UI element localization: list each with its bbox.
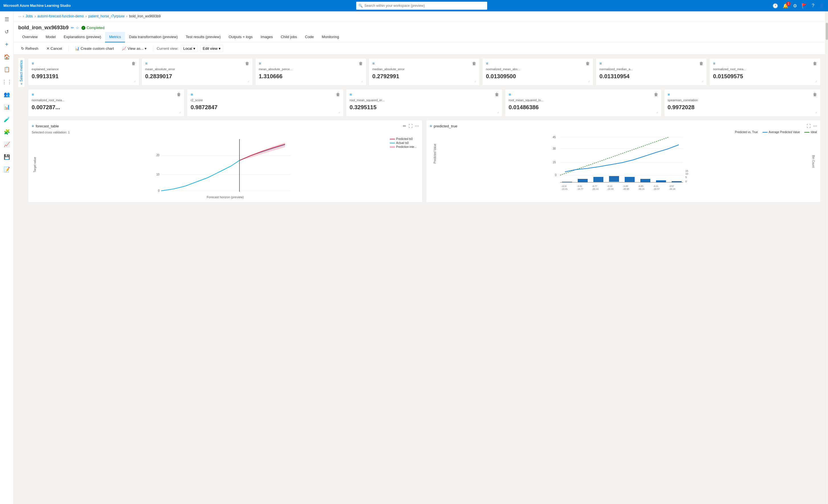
current-view-dropdown[interactable]: Local ▾: [181, 45, 198, 52]
sidebar-icon-back[interactable]: ↺: [1, 26, 12, 38]
search-bar[interactable]: 🔍 This workspace ▾: [356, 2, 487, 10]
bell-icon[interactable]: 🔔 1: [783, 3, 788, 8]
sidebar-icon-data[interactable]: 📊: [1, 101, 12, 112]
view-as-button[interactable]: 📈 View as... ▾: [119, 45, 150, 52]
workspace-button[interactable]: This workspace ▾: [452, 3, 485, 8]
forecast-chart-header: ≡ forecast_table ✏ ⛶ ⋯: [32, 124, 419, 128]
metric-cards-row-1: ≡ 🗑 explained_variance 0.9913191 ◢ ≡ 🗑 m…: [28, 58, 821, 86]
layout: ☰ ↺ + 🏠 📋 ⋮⋮ 👥 📊 🧪 🧩 📈 💾 📝 ··· › Jobs › …: [0, 11, 828, 504]
metric-card-normalized-median-a: ≡ 🗑 normalized_median_a... 0.01310954 ◢: [596, 58, 707, 86]
sidebar-icon-metrics[interactable]: 📈: [1, 139, 12, 150]
metric-delete-icon[interactable]: 🗑: [654, 92, 658, 97]
breadcrumb-run[interactable]: patient_horse_r7yrpsxw: [88, 14, 124, 18]
metric-delete-icon[interactable]: 🗑: [359, 61, 363, 66]
create-chart-button[interactable]: 📊 Create custom chart: [72, 45, 117, 52]
svg-text:-3.41: -3.41: [577, 185, 582, 187]
metric-card-normalized-root-mea: ≡ 🗑 normalized_root_mea... 0.01509575 ◢: [709, 58, 821, 86]
sidebar-icon-notebooks[interactable]: 📝: [1, 164, 12, 175]
metric-delete-icon[interactable]: 🗑: [813, 61, 817, 66]
settings-icon[interactable]: ⚙: [793, 3, 797, 8]
clock-icon[interactable]: 🕐: [773, 3, 778, 8]
right-scrollbar[interactable]: [825, 11, 828, 504]
metric-equals-icon: ≡: [32, 92, 34, 97]
cancel-button[interactable]: ✕ Cancel: [44, 45, 65, 52]
metric-delete-icon[interactable]: 🗑: [245, 61, 249, 66]
tab-model[interactable]: Model: [42, 32, 59, 42]
select-metrics-bar[interactable]: « Select metrics: [18, 58, 25, 87]
tab-explanations[interactable]: Explanations (preview): [60, 32, 106, 42]
metric-equals-icon: ≡: [599, 61, 602, 66]
metric-name: explained_variance: [32, 67, 135, 71]
svg-text:-30.21: -30.21: [638, 188, 645, 190]
page-header: bold_iron_wx9693b9 ✏ ☆ Completed: [14, 21, 825, 32]
svg-text:0: 0: [555, 174, 557, 177]
metric-delete-icon[interactable]: 🗑: [495, 92, 499, 97]
metric-delete-icon[interactable]: 🗑: [131, 61, 135, 66]
help-icon[interactable]: ?: [812, 3, 814, 8]
forecast-expand-icon[interactable]: ⛶: [409, 124, 413, 128]
topbar-logo: Microsoft Azure Machine Learning Studio: [3, 4, 71, 8]
tab-data-transformation[interactable]: Data transformation (preview): [125, 32, 182, 42]
refresh-icon: ↻: [21, 46, 24, 51]
sidebar-icon-experiments[interactable]: 🧪: [1, 114, 12, 125]
svg-rect-22: [640, 179, 650, 182]
tab-monitoring[interactable]: Monitoring: [318, 32, 343, 42]
sidebar-icon-models[interactable]: 🧩: [1, 126, 12, 138]
metric-fold: ◢: [32, 80, 135, 83]
metric-delete-icon[interactable]: 🗑: [177, 92, 181, 97]
metric-delete-icon[interactable]: 🗑: [813, 92, 817, 97]
sidebar-icon-users[interactable]: 👥: [1, 89, 12, 100]
legend-actual: Actual ts0: [396, 141, 409, 144]
breadcrumb-dots[interactable]: ···: [18, 14, 21, 18]
svg-text:0: 0: [685, 180, 687, 183]
tab-metrics[interactable]: Metrics: [105, 32, 125, 42]
tab-overview[interactable]: Overview: [18, 32, 42, 42]
page-title-icons: ✏ ☆: [71, 26, 79, 30]
edit-view-button[interactable]: Edit view ▾: [200, 45, 223, 52]
metric-delete-icon[interactable]: 🗑: [586, 61, 590, 66]
flag-icon[interactable]: 🚩: [801, 3, 807, 8]
predicted-true-chart-actions: ⛶ ⋯: [806, 124, 817, 128]
tab-test-results[interactable]: Test results (preview): [182, 32, 225, 42]
sidebar-icon-home[interactable]: 🏠: [1, 51, 12, 62]
sidebar-icon-create[interactable]: +: [1, 39, 12, 50]
toolbar-separator-1: [68, 46, 69, 51]
forecast-edit-icon[interactable]: ✏: [403, 124, 406, 128]
metric-delete-icon[interactable]: 🗑: [699, 61, 703, 66]
predicted-expand-icon[interactable]: ⛶: [806, 124, 811, 128]
topbar-icons: 🕐 🔔 1 ⚙ 🚩 ? 👤: [773, 3, 825, 8]
svg-text:0: 0: [158, 189, 160, 192]
metric-name: mean_absolute_error: [145, 67, 249, 71]
star-icon[interactable]: ☆: [76, 26, 79, 30]
sidebar-icon-components[interactable]: ⋮⋮: [1, 76, 12, 88]
edit-view-chevron-icon: ▾: [219, 46, 221, 51]
breadcrumb-pipeline[interactable]: automl-forecast-function-demo: [37, 14, 84, 18]
sidebar-icon-storage[interactable]: 💾: [1, 151, 12, 163]
metric-value: 0.01486386: [508, 104, 658, 111]
breadcrumb-jobs[interactable]: Jobs: [26, 14, 33, 18]
edit-icon[interactable]: ✏: [71, 26, 74, 30]
view-as-chevron-icon: ▾: [144, 46, 147, 51]
svg-text:-0.21: -0.21: [653, 185, 659, 187]
metric-name: normalized_median_a...: [599, 67, 703, 71]
sidebar: ☰ ↺ + 🏠 📋 ⋮⋮ 👥 📊 🧪 🧩 📈 💾 📝: [0, 11, 14, 504]
search-input[interactable]: [365, 4, 451, 8]
metric-delete-icon[interactable]: 🗑: [472, 61, 476, 66]
tab-child-jobs[interactable]: Child jobs: [277, 32, 301, 42]
metric-delete-icon[interactable]: 🗑: [336, 92, 340, 97]
tab-images[interactable]: Images: [256, 32, 277, 42]
sidebar-icon-menu[interactable]: ☰: [1, 14, 12, 25]
predicted-true-chart-card: ≡ predicted_true ⛶ ⋯ Predicted vs. True: [426, 120, 821, 202]
refresh-button[interactable]: ↻ Refresh: [18, 45, 41, 52]
predicted-more-icon[interactable]: ⋯: [813, 124, 817, 128]
tab-outputs-logs[interactable]: Outputs + logs: [225, 32, 256, 42]
scrollbar-thumb[interactable]: [826, 23, 828, 40]
forecast-more-icon[interactable]: ⋯: [415, 124, 419, 128]
metric-value: 1.310666: [259, 73, 363, 80]
svg-text:45: 45: [553, 136, 556, 139]
tab-code[interactable]: Code: [301, 32, 318, 42]
sidebar-icon-jobs[interactable]: 📋: [1, 64, 12, 75]
user-icon[interactable]: 👤: [819, 3, 825, 8]
forecast-chart-svg: 0 10 20: [32, 136, 419, 193]
metric-equals-icon: ≡: [486, 61, 488, 66]
